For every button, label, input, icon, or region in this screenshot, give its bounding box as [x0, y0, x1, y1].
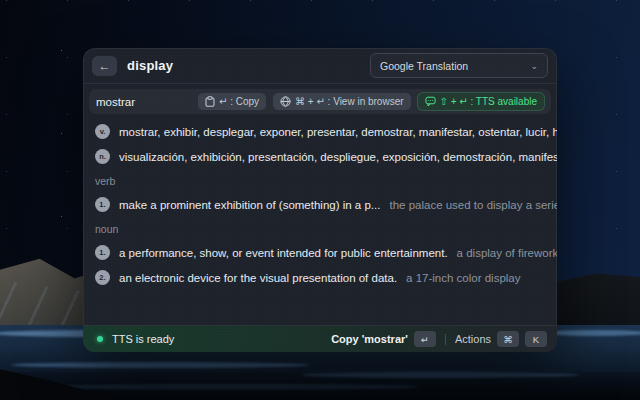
back-button[interactable]: ← — [92, 56, 117, 76]
copy-shortcut-label: ↵ : Copy — [219, 96, 259, 107]
list-item[interactable]: v. mostrar, exhibir, desplegar, exponer,… — [83, 119, 557, 144]
clipboard-icon — [205, 96, 215, 107]
definition-number-badge: 1. — [95, 197, 110, 212]
actions-button[interactable]: Actions — [455, 333, 491, 345]
list-item[interactable]: n. visualización, exhibición, presentaci… — [83, 144, 557, 169]
query-text: mostrar — [96, 96, 135, 108]
provider-dropdown-value: Google Translation — [380, 60, 468, 72]
query-row[interactable]: mostrar ↵ : Copy ⌘ + ↵ : View in browser — [89, 89, 551, 114]
part-of-speech-badge: v. — [95, 124, 110, 139]
globe-icon — [280, 96, 291, 107]
view-in-browser-label: ⌘ + ↵ : View in browser — [295, 96, 404, 107]
copy-shortcut-pill[interactable]: ↵ : Copy — [198, 93, 266, 110]
list-item[interactable]: 1. make a prominent exhibition of (somet… — [83, 192, 557, 217]
provider-dropdown[interactable]: Google Translation ⌄ — [370, 53, 548, 78]
section-label-verb: verb — [83, 169, 557, 192]
primary-action-button[interactable]: Copy 'mostrar' — [331, 333, 408, 345]
part-of-speech-badge: n. — [95, 149, 110, 164]
list-item[interactable]: 2. an electronic device for the visual p… — [83, 265, 557, 290]
definition-number-badge: 1. — [95, 245, 110, 260]
water-highlight — [10, 362, 310, 368]
chevron-down-icon: ⌄ — [530, 61, 538, 71]
back-arrow-icon: ← — [99, 59, 111, 73]
translation-text: visualización, exhibición, presentación,… — [119, 151, 557, 163]
tts-available-label: ⇧ + ↵ : TTS available — [440, 96, 537, 107]
tts-status-dot — [97, 336, 103, 342]
command-key-icon: ⌘ — [497, 331, 519, 347]
translation-window: ← display Google Translation ⌄ mostrar ↵… — [83, 48, 557, 352]
view-in-browser-pill[interactable]: ⌘ + ↵ : View in browser — [273, 93, 411, 110]
tts-available-pill[interactable]: ⇧ + ↵ : TTS available — [418, 93, 544, 110]
definition-text: a performance, show, or event intended f… — [119, 247, 448, 259]
return-key-icon: ↵ — [414, 331, 436, 347]
translation-text: mostrar, exhibir, desplegar, exponer, pr… — [119, 126, 557, 138]
definition-example: a display of fireworks — [457, 247, 557, 259]
desktop: ← display Google Translation ⌄ mostrar ↵… — [0, 0, 640, 400]
definition-text: make a prominent exhibition of (somethin… — [119, 199, 380, 211]
window-header: ← display Google Translation ⌄ — [83, 48, 557, 84]
window-footer: TTS is ready Copy 'mostrar' ↵ Actions ⌘ … — [83, 325, 557, 352]
section-label-noun: noun — [83, 217, 557, 240]
page-title: display — [127, 58, 173, 73]
tts-status-text: TTS is ready — [112, 333, 174, 345]
definition-example: a 17-inch color display — [406, 272, 520, 284]
results-list: v. mostrar, exhibir, desplegar, exponer,… — [83, 116, 557, 325]
list-item[interactable]: 1. a performance, show, or event intende… — [83, 240, 557, 265]
speech-bubble-icon — [425, 96, 436, 107]
k-key-icon: K — [525, 331, 547, 347]
footer-divider — [445, 334, 446, 345]
definition-example: the palace used to display a series of F… — [389, 199, 557, 211]
definition-number-badge: 2. — [95, 270, 110, 285]
definition-text: an electronic device for the visual pres… — [119, 272, 397, 284]
